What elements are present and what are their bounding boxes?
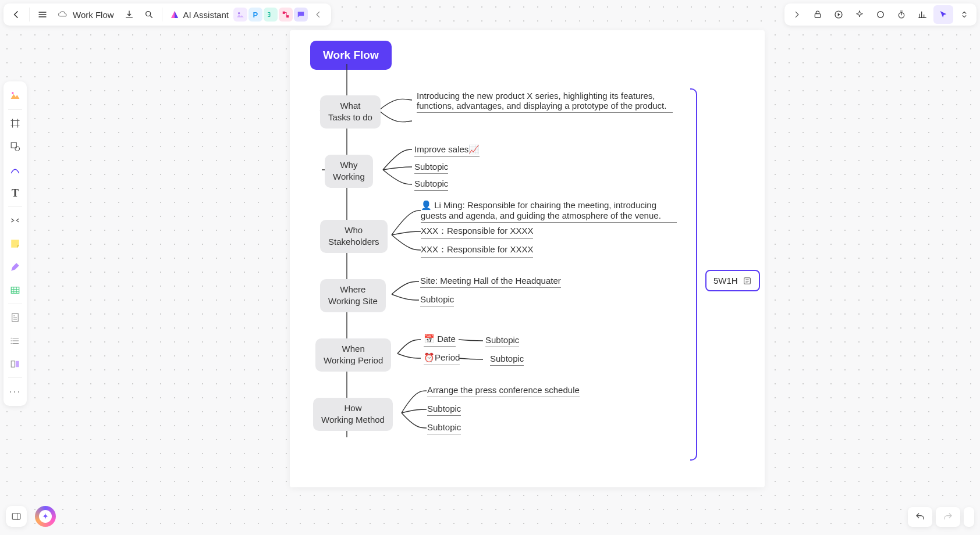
- expand-button[interactable]: [787, 5, 807, 24]
- left-toolbar: T ···: [3, 81, 27, 406]
- more-tools-button[interactable]: ···: [6, 380, 24, 402]
- what-item-0[interactable]: Introducing the new product X series, hi…: [417, 91, 673, 113]
- more-button[interactable]: [954, 5, 974, 24]
- summary-label: 5W1H: [713, 276, 738, 286]
- cursor-button[interactable]: [933, 5, 953, 24]
- shape-button[interactable]: [871, 5, 890, 24]
- text-icon: T: [12, 187, 19, 199]
- tree-icon: [267, 10, 275, 19]
- node-where[interactable]: Where Working Site: [320, 279, 386, 312]
- svg-point-13: [11, 338, 12, 339]
- where-item-1[interactable]: Subtopic: [420, 294, 454, 306]
- when-sub-0[interactable]: Subtopic: [485, 335, 519, 347]
- svg-point-10: [15, 147, 20, 151]
- node-why[interactable]: Why Working: [325, 155, 373, 188]
- document-title: Work Flow: [73, 10, 114, 20]
- theme-button[interactable]: [6, 85, 24, 107]
- why-item-0[interactable]: Improve sales📈: [414, 144, 480, 157]
- download-button[interactable]: [120, 5, 139, 24]
- when-sub-1[interactable]: Subtopic: [490, 354, 524, 366]
- how-item-2[interactable]: Subtopic: [427, 422, 461, 434]
- list-button[interactable]: [6, 330, 24, 352]
- node-who[interactable]: Who Stakeholders: [320, 220, 388, 253]
- who-item-0[interactable]: 👤 Li Ming: Responsible for chairing the …: [421, 200, 677, 223]
- search-button[interactable]: [140, 5, 158, 24]
- root-node[interactable]: Work Flow: [310, 41, 392, 70]
- svg-point-6: [878, 12, 884, 18]
- chevron-left-icon: [314, 10, 322, 19]
- app-chip-image[interactable]: [233, 8, 247, 22]
- image-icon: [236, 10, 244, 19]
- frame-icon: [10, 118, 20, 129]
- redo-icon: [943, 512, 953, 522]
- undo-icon: [915, 512, 925, 522]
- node-when[interactable]: When Working Period: [315, 338, 391, 372]
- app-chip-flow[interactable]: [279, 8, 293, 22]
- sparkle-button[interactable]: [850, 5, 869, 24]
- svg-rect-16: [11, 361, 15, 368]
- panel-icon: [11, 511, 22, 522]
- download-icon: [125, 10, 134, 19]
- timer-button[interactable]: [892, 5, 911, 24]
- play-circle-icon: [834, 10, 843, 19]
- redo-button[interactable]: [936, 507, 960, 527]
- chevron-left-icon: [12, 10, 21, 19]
- doc-text-button[interactable]: [6, 306, 24, 329]
- flow-icon: [282, 10, 290, 19]
- doc-text-icon: [10, 312, 20, 323]
- more-icon: ···: [9, 386, 21, 398]
- app-chip-tree[interactable]: [264, 8, 278, 22]
- app-chip-p[interactable]: P: [248, 8, 262, 22]
- extra-panel-handle[interactable]: [964, 507, 974, 527]
- bar-chart-icon: [918, 10, 927, 19]
- when-item-1[interactable]: ⏰Period: [424, 352, 460, 365]
- circle-icon: [876, 10, 885, 19]
- sticky-note-icon: [10, 238, 20, 249]
- bottom-left-controls: ✦: [6, 506, 56, 527]
- node-what[interactable]: What Tasks to do: [320, 95, 381, 129]
- who-item-2[interactable]: XXX：Responsible for XXXX: [421, 244, 533, 258]
- when-item-0[interactable]: 📅 Date: [424, 334, 456, 347]
- sticky-note-button[interactable]: [6, 233, 24, 255]
- menu-button[interactable]: [33, 5, 52, 24]
- ai-assistant-button[interactable]: AI Assistant: [166, 9, 232, 20]
- pen-button[interactable]: [6, 256, 24, 278]
- columns-button[interactable]: [6, 353, 24, 375]
- ai-logo-icon: [169, 9, 180, 20]
- how-item-0[interactable]: Arrange the press conference schedule: [427, 385, 580, 397]
- theme-icon: [9, 90, 21, 102]
- who-item-1[interactable]: XXX：Responsible for XXXX: [421, 226, 533, 239]
- collapse-icon: [10, 215, 20, 226]
- svg-rect-19: [12, 513, 20, 520]
- svg-point-0: [145, 12, 150, 16]
- svg-point-8: [12, 92, 13, 94]
- collapse-button[interactable]: [6, 209, 24, 231]
- text-button[interactable]: T: [6, 182, 24, 204]
- play-button[interactable]: [829, 5, 848, 24]
- chart-button[interactable]: [912, 5, 932, 24]
- app-chip-comment[interactable]: [294, 8, 308, 22]
- back-button[interactable]: [7, 5, 26, 24]
- list-icon: [10, 336, 20, 346]
- frame-button[interactable]: [6, 112, 24, 134]
- lock-button[interactable]: [808, 5, 828, 24]
- where-item-0[interactable]: Site: Meeting Hall of the Headquater: [420, 276, 561, 288]
- ai-fab-button[interactable]: ✦: [35, 506, 56, 527]
- why-item-2[interactable]: Subtopic: [414, 179, 448, 191]
- svg-rect-17: [16, 361, 19, 368]
- collapse-apps-button[interactable]: [309, 5, 328, 24]
- right-toolbar: [784, 3, 977, 26]
- how-item-1[interactable]: Subtopic: [427, 404, 461, 416]
- search-icon: [144, 10, 154, 19]
- undo-button[interactable]: [908, 507, 932, 527]
- cursor-icon: [939, 10, 948, 19]
- why-item-1[interactable]: Subtopic: [414, 162, 448, 174]
- node-how[interactable]: How Working Method: [313, 398, 393, 431]
- comment-icon: [297, 10, 305, 19]
- rect-shape-button[interactable]: [6, 135, 24, 158]
- outline-panel-button[interactable]: [6, 506, 27, 527]
- table-button[interactable]: [6, 279, 24, 301]
- title-area[interactable]: Work Flow: [53, 9, 119, 20]
- summary-box[interactable]: 5W1H: [705, 270, 760, 291]
- connector-button[interactable]: [6, 159, 24, 181]
